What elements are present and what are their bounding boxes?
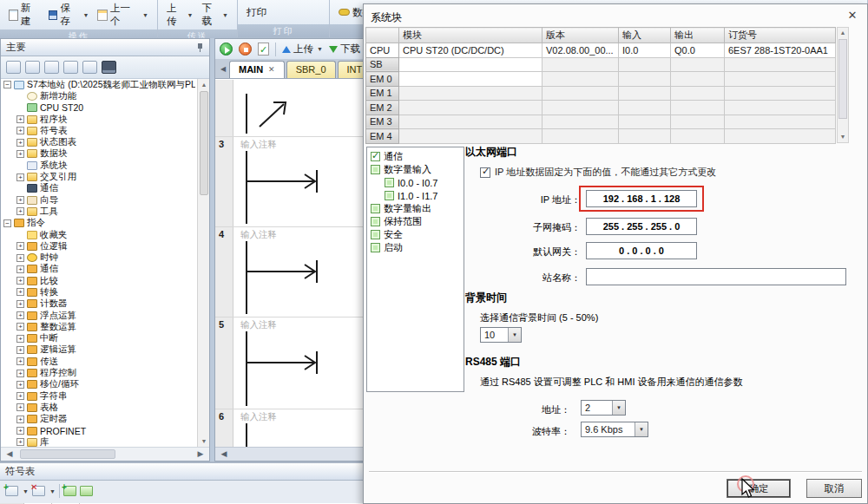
checked-icon[interactable] [371,152,380,161]
close-tab-icon[interactable]: ✕ [268,62,275,78]
scroll-thumb[interactable] [838,39,847,119]
scroll-right-icon[interactable]: ▶ [194,448,207,461]
settings-tree-item[interactable]: 通信 [369,150,462,163]
settings-tree-item[interactable]: I0.0 - I0.7 [369,176,462,189]
tree-item[interactable]: 收藏夹 [1,229,195,240]
tree-item[interactable]: +状态图表 [1,136,195,147]
module-table-cell[interactable]: Q0.0 [671,43,725,58]
check-square-icon[interactable] [385,178,394,187]
cancel-button[interactable]: 取消 [806,479,862,498]
view-icon-2[interactable] [25,61,40,74]
module-table-cell[interactable] [619,101,671,115]
module-table-cell[interactable] [671,129,725,144]
module-table-header-cell[interactable]: 模块 [399,28,542,43]
module-table-header-cell[interactable]: 版本 [542,28,619,43]
settings-tree-item[interactable]: 数字量输出 [369,202,462,215]
module-table-cell[interactable] [619,57,671,72]
tree-item[interactable]: +向导 [1,194,195,206]
expander-icon[interactable]: + [16,300,24,308]
tree-item[interactable]: +浮点运算 [1,310,195,321]
previous-dropdown-arrow[interactable]: ▼ [142,12,148,18]
settings-tree-item[interactable]: I1.0 - I1.7 [369,189,462,202]
expander-icon[interactable]: + [16,196,24,204]
subnet-mask-field[interactable]: 255 . 255 . 255 . 0 [586,218,697,235]
expander-icon[interactable]: + [16,392,24,400]
module-table-cell[interactable]: 6ES7 288-1ST20-0AA1 [725,43,836,58]
delete-symbol-table-icon[interactable]: ✕ [32,486,45,496]
module-table-cell[interactable] [542,86,619,101]
tree-item[interactable]: +程序块 [1,114,195,125]
module-table-cell[interactable] [619,115,671,129]
upload-button[interactable]: 上传▼ [282,43,323,56]
module-table-cell[interactable] [619,72,671,87]
view-icon-5[interactable] [82,61,97,74]
module-table-cell[interactable]: I0.0 [619,43,671,58]
tab-scroll-left-icon[interactable]: ◀ [217,65,229,73]
expander-icon[interactable]: + [16,173,24,181]
check-square-icon[interactable] [371,230,380,239]
module-table-cell[interactable] [399,129,542,144]
module-table-cell[interactable] [619,86,671,101]
expander-icon[interactable]: + [16,150,24,158]
view-icon-4[interactable] [63,61,78,74]
module-row-header[interactable]: EM 3 [366,115,399,129]
settings-tree-item[interactable]: 安全 [369,228,462,241]
module-table-cell[interactable] [542,115,619,129]
scroll-up-icon[interactable]: ▲ [838,28,848,38]
tree-item[interactable]: +工具 [1,206,195,217]
module-table-cell[interactable] [671,86,725,101]
tree-item[interactable]: +PROFINET [1,425,195,436]
module-table-row[interactable]: EM 1 [366,86,836,101]
settings-tree-item[interactable]: 启动 [369,241,462,254]
settings-tree-item[interactable]: 数字量输入 [369,163,462,176]
project-tree-vscrollbar[interactable]: ▲ ▼ [197,79,209,447]
tree-item[interactable]: +通信 [1,264,195,275]
module-table-cell[interactable] [671,101,725,115]
dropdown-arrow-icon[interactable]: ▼ [635,422,648,436]
tree-item[interactable]: +转换 [1,286,195,298]
tree-item[interactable]: 系统块 [1,160,195,171]
scroll-left-icon[interactable]: ◀ [217,448,231,461]
scroll-thumb[interactable] [20,449,115,459]
baud-rate-select[interactable]: 9.6 Kbps▼ [581,422,648,437]
tree-item[interactable]: 通信 [1,183,195,194]
tree-item[interactable]: +数据块 [1,148,195,160]
module-table-row[interactable]: SB [366,57,836,72]
module-table-cell[interactable] [399,72,542,87]
check-square-icon[interactable] [371,217,380,226]
module-row-header[interactable]: CPU [366,43,399,58]
module-table-cell[interactable] [542,129,619,144]
tree-item[interactable]: −指令 [1,218,195,229]
delete-symbol-dropdown-arrow[interactable]: ▼ [49,488,56,494]
expander-icon[interactable]: − [3,219,11,227]
fixed-ip-checkbox[interactable] [480,167,490,178]
tree-item[interactable]: +传送 [1,356,195,367]
module-table-cell[interactable] [619,129,671,144]
download-button[interactable]: 下载 [329,43,360,56]
module-table-cell[interactable] [399,101,542,115]
expander-icon[interactable]: + [16,277,24,285]
tab-sbr0[interactable]: SBR_0 [286,61,336,78]
expander-icon[interactable]: + [16,242,24,250]
module-table-cell[interactable] [725,129,836,144]
sort-symbol-icon[interactable] [80,486,93,496]
scroll-down-icon[interactable]: ▼ [838,132,848,142]
default-gateway-field[interactable]: 0 . 0 . 0 . 0 [586,242,697,259]
upload-ribbon-button[interactable]: 上传▼ [167,2,194,28]
module-table-header-cell[interactable]: 输入 [619,28,671,43]
print-button[interactable]: 打印 [247,6,266,19]
scroll-up-icon[interactable]: ▲ [198,79,209,90]
module-table-cell[interactable] [399,115,542,129]
module-table-row[interactable]: EM 4 [366,129,836,144]
new-symbol-dropdown-arrow[interactable]: ▼ [23,488,29,494]
tree-item[interactable]: +移位/循环 [1,379,195,390]
fixed-ip-checkbox-row[interactable]: IP 地址数据固定为下面的值，不能通过其它方式更改 [480,166,716,179]
expander-icon[interactable]: + [16,427,24,435]
expander-icon[interactable]: + [16,139,24,147]
module-table-cell[interactable] [671,115,725,129]
expander-icon[interactable]: + [16,335,24,343]
expander-icon[interactable]: + [16,357,24,365]
module-table-row[interactable]: EM 0 [366,72,836,87]
tree-item[interactable]: +交叉引用 [1,171,195,182]
module-table-cell[interactable] [725,57,836,72]
